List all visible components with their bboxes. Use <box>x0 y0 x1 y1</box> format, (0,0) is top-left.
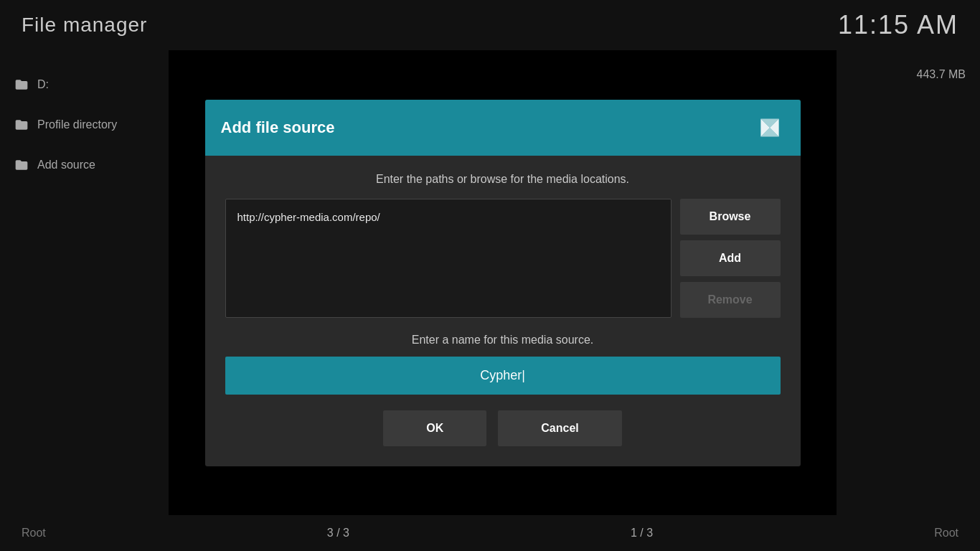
sidebar: D: Profile directory Add source <box>0 50 169 515</box>
top-bar: File manager 11:15 AM <box>0 0 980 50</box>
add-file-source-dialog: Add file source Enter the paths or brows… <box>205 100 801 466</box>
media-source-name-input[interactable] <box>225 357 781 395</box>
disk-size: 443.7 MB <box>917 68 966 81</box>
sidebar-item-d-drive[interactable]: D: <box>0 65 169 105</box>
clock: 11:15 AM <box>838 10 958 40</box>
url-instruction: Enter the paths or browse for the media … <box>225 173 781 186</box>
folder-icon <box>14 77 29 92</box>
kodi-logo-icon <box>755 113 785 143</box>
remove-button[interactable]: Remove <box>680 282 781 318</box>
bottom-right-pages: 1 / 3 <box>631 527 653 540</box>
dialog-overlay: Add file source Enter the paths or brows… <box>169 50 837 515</box>
url-value: http://cypher-media.com/repo/ <box>237 211 380 223</box>
folder-icon <box>14 158 29 172</box>
bottom-right-label: Root <box>934 527 958 540</box>
bottom-left-pages: 3 / 3 <box>327 527 349 540</box>
url-section: http://cypher-media.com/repo/ Browse Add… <box>225 199 781 318</box>
sidebar-item-label: Profile directory <box>37 118 117 131</box>
ok-button[interactable]: OK <box>383 410 486 446</box>
dialog-actions: OK Cancel <box>225 410 781 446</box>
bottom-bar: Root 3 / 3 1 / 3 Root <box>0 515 980 551</box>
sidebar-item-label: Add source <box>37 159 95 171</box>
sidebar-item-profile-directory[interactable]: Profile directory <box>0 105 169 145</box>
folder-icon <box>14 118 29 132</box>
bottom-left-label: Root <box>22 527 46 540</box>
dialog-title: Add file source <box>221 118 335 137</box>
sidebar-item-label: D: <box>37 78 49 91</box>
right-panel: 443.7 MB <box>837 50 980 515</box>
name-instruction: Enter a name for this media source. <box>225 334 781 347</box>
add-button[interactable]: Add <box>680 240 781 276</box>
sidebar-item-add-source[interactable]: Add source <box>0 145 169 185</box>
dialog-body: Enter the paths or browse for the media … <box>205 156 801 466</box>
url-buttons: Browse Add Remove <box>680 199 781 318</box>
dialog-header: Add file source <box>205 100 801 156</box>
url-input-area[interactable]: http://cypher-media.com/repo/ <box>225 199 672 318</box>
app-title: File manager <box>22 14 147 37</box>
cancel-button[interactable]: Cancel <box>498 410 621 446</box>
browse-button[interactable]: Browse <box>680 199 781 235</box>
